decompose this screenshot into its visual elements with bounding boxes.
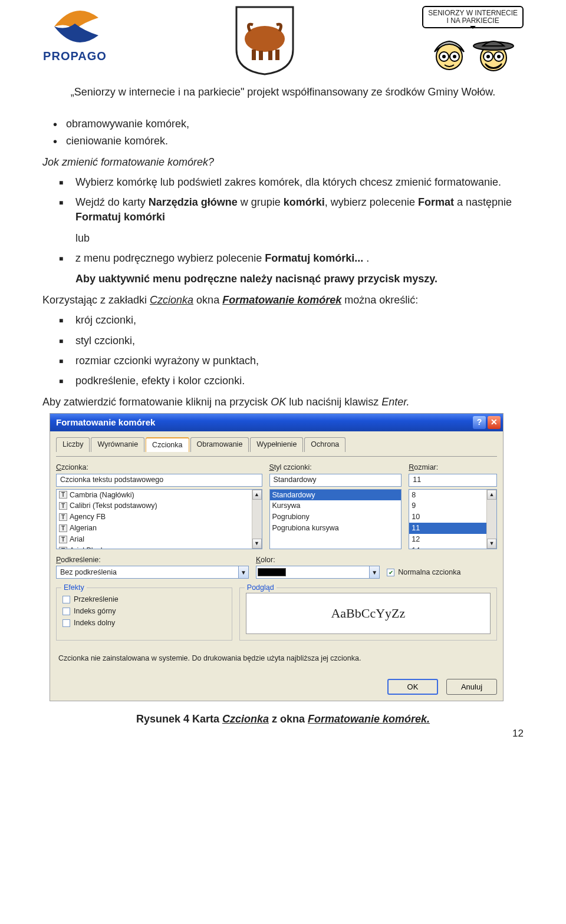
- svg-point-14: [486, 55, 490, 58]
- truetype-icon: T: [59, 491, 67, 499]
- wolow-crest-icon: [229, 5, 300, 75]
- list-item[interactable]: Standardowy: [270, 490, 402, 501]
- color-combo[interactable]: ▼: [256, 566, 380, 579]
- dialog-title: Formatowanie komórek: [56, 417, 155, 428]
- subscript-checkbox[interactable]: Indeks dolny: [62, 618, 226, 628]
- mouse-note: Aby uaktywnić menu podręczne należy naci…: [75, 272, 524, 286]
- speech-bubble: SENIORZY W INTERNECIE I NA PARKIECIE: [422, 6, 524, 28]
- font-column: Czcionka: Czcionka tekstu podstawowego T…: [56, 463, 262, 549]
- dialog-buttons: OK Anuluj: [50, 673, 503, 701]
- strikethrough-checkbox[interactable]: Przekreślenie: [62, 595, 226, 605]
- list-item[interactable]: 12: [409, 534, 486, 545]
- list-item[interactable]: TAgency FB: [57, 512, 252, 523]
- list-item[interactable]: TCambria (Nagłówki): [57, 490, 252, 501]
- help-button[interactable]: ?: [473, 416, 486, 429]
- dialog-tabs: Liczby Wyrównanie Czcionka Obramowanie W…: [56, 437, 497, 452]
- ok-button[interactable]: OK: [387, 679, 438, 695]
- svg-rect-2: [259, 51, 263, 60]
- normal-font-checkbox[interactable]: ✔ Normalna czcionka: [387, 567, 497, 578]
- font-listbox[interactable]: TCambria (Nagłówki) TCalibri (Tekst pods…: [56, 489, 262, 549]
- dialog-titlebar[interactable]: Formatowanie komórek ? ✕: [50, 414, 503, 431]
- seniors-badge: SENIORZY W INTERNECIE I NA PARKIECIE: [422, 6, 524, 73]
- scrollbar[interactable]: ▲ ▼: [486, 490, 496, 549]
- list-item[interactable]: Pogrubiona kursywa: [270, 523, 402, 534]
- page-number: 12: [42, 727, 524, 741]
- tab-alignment[interactable]: Wyrównanie: [91, 437, 144, 452]
- tab-border[interactable]: Obramowanie: [190, 437, 249, 452]
- font-input[interactable]: Czcionka tekstu podstawowego: [56, 474, 262, 487]
- list-item: rozmiar czcionki wyrażony w punktach,: [42, 354, 524, 368]
- tab-font[interactable]: Czcionka: [146, 437, 189, 452]
- tab-numbers[interactable]: Liczby: [56, 437, 90, 452]
- grandpa-icon: [470, 35, 517, 73]
- list-item[interactable]: 11: [409, 523, 486, 534]
- chevron-down-icon[interactable]: ▼: [369, 566, 380, 579]
- list-item[interactable]: Pogrubiony: [270, 512, 402, 523]
- color-column: Kolor: ▼: [256, 555, 380, 580]
- list-item[interactable]: TCalibri (Tekst podstawowy): [57, 500, 252, 512]
- list-item: krój czcionki,: [42, 313, 524, 327]
- size-listbox[interactable]: 8 9 10 11 12 14 ▲ ▼: [409, 489, 497, 549]
- size-label: Rozmiar:: [409, 463, 497, 473]
- confirm-paragraph: Aby zatwierdzić formatowanie kliknij na …: [42, 395, 524, 409]
- options-list: krój czcionki, styl czcionki, rozmiar cz…: [42, 313, 524, 388]
- top-bullets: obramowywanie komórek, cieniowanie komór…: [42, 117, 524, 148]
- list-item[interactable]: Kursywa: [270, 500, 402, 512]
- checkbox-icon: [62, 596, 70, 603]
- list-item[interactable]: TArial: [57, 534, 252, 545]
- propago-wordmark: PROPAGO: [43, 48, 107, 64]
- truetype-icon: T: [59, 524, 67, 532]
- style-listbox[interactable]: Standardowy Kursywa Pogrubiony Pogrubion…: [269, 489, 402, 549]
- cancel-button[interactable]: Anuluj: [446, 679, 497, 695]
- style-column: Styl czcionki: Standardowy Standardowy K…: [269, 463, 402, 549]
- grandma-icon: [429, 35, 470, 73]
- format-cells-dialog: Formatowanie komórek ? ✕ Liczby Wyrównan…: [50, 413, 504, 701]
- steps-list: Wybierz komórkę lub podświetl zakres kom…: [42, 175, 524, 224]
- size-column: Rozmiar: 11 8 9 10 11 12 14 ▲: [409, 463, 497, 549]
- list-item[interactable]: 8: [409, 490, 486, 501]
- svg-point-8: [442, 55, 446, 58]
- scroll-down-button[interactable]: ▼: [487, 539, 496, 549]
- font-hint: Czcionka nie zainstalowana w systemie. D…: [58, 654, 495, 664]
- size-input[interactable]: 11: [409, 474, 497, 487]
- svg-rect-4: [275, 50, 279, 60]
- chevron-down-icon[interactable]: ▼: [238, 566, 249, 579]
- underline-combo[interactable]: Bez podkreślenia ▼: [56, 566, 249, 579]
- list-item: cieniowanie komórek.: [42, 134, 524, 148]
- preview-legend: Podgląd: [245, 583, 277, 593]
- svg-rect-3: [268, 51, 272, 60]
- scroll-up-button[interactable]: ▲: [487, 490, 496, 500]
- list-item[interactable]: TAlgerian: [57, 523, 252, 534]
- style-input[interactable]: Standardowy: [269, 474, 402, 487]
- list-item[interactable]: TArial Black: [57, 545, 252, 549]
- list-item: z menu podręcznego wybierz polecenie For…: [42, 251, 524, 265]
- style-label: Styl czcionki:: [269, 463, 402, 473]
- intro-paragraph: Korzystając z zakładki Czcionka okna For…: [42, 293, 524, 307]
- list-item[interactable]: 14: [409, 545, 486, 549]
- effects-legend: Efekty: [61, 583, 87, 593]
- list-item: obramowywanie komórek,: [42, 117, 524, 131]
- list-item: styl czcionki,: [42, 334, 524, 348]
- truetype-icon: T: [59, 536, 67, 543]
- list-item: podkreślenie, efekty i kolor czcionki.: [42, 374, 524, 388]
- checkbox-icon: [62, 619, 70, 627]
- scrollbar[interactable]: ▲ ▼: [252, 490, 262, 549]
- tab-fill[interactable]: Wypełnienie: [250, 437, 303, 452]
- project-subtitle: „Seniorzy w internecie i na parkiecie" p…: [42, 85, 524, 99]
- underline-label: Podkreślenie:: [56, 555, 249, 565]
- document-header: PROPAGO SENIORZY W INTERNECIE I NA PARKI…: [42, 0, 524, 81]
- truetype-icon: T: [59, 502, 67, 510]
- tab-protection[interactable]: Ochrona: [304, 437, 345, 452]
- superscript-checkbox[interactable]: Indeks górny: [62, 606, 226, 616]
- scroll-down-button[interactable]: ▼: [252, 539, 262, 549]
- propago-logo: PROPAGO: [42, 6, 107, 64]
- list-item[interactable]: 10: [409, 512, 486, 523]
- underline-column: Podkreślenie: Bez podkreślenia ▼: [56, 555, 249, 580]
- speech-line1: SENIORZY W INTERNECIE: [428, 9, 518, 17]
- figure-caption: Rysunek 4 Karta Czcionka z okna Formatow…: [42, 712, 524, 726]
- list-item: Wejdź do karty Narzędzia główne w grupie…: [42, 195, 524, 224]
- close-button[interactable]: ✕: [488, 416, 501, 429]
- truetype-icon: T: [59, 547, 67, 549]
- list-item[interactable]: 9: [409, 500, 486, 512]
- scroll-up-button[interactable]: ▲: [252, 490, 262, 500]
